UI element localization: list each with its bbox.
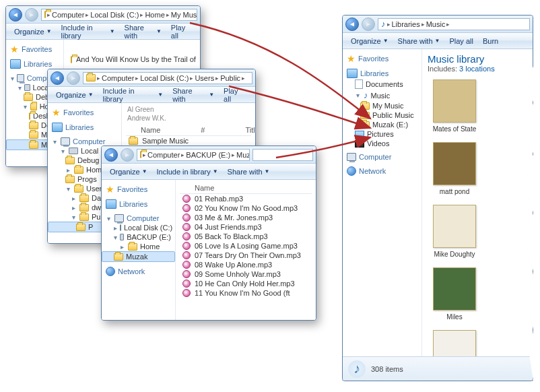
tree-item-selected[interactable]: Muzak: [102, 251, 175, 262]
album-thumbnail[interactable]: matt pond: [428, 142, 481, 195]
expand-icon[interactable]: ▸: [119, 244, 125, 250]
tree-item-public-music[interactable]: Public Music: [343, 110, 421, 120]
organize-button[interactable]: Organize▼: [347, 36, 393, 46]
breadcrumb-item[interactable]: My Music: [171, 11, 197, 19]
list-item[interactable]: 07 Tears Dry On Their Own.mp3: [180, 251, 312, 260]
share-with-button[interactable]: Share with▼: [224, 166, 274, 177]
list-item[interactable]: 11 You Know I'm No Good (ft: [180, 288, 312, 298]
list-item[interactable]: 10 He Can Only Hold Her.mp3: [180, 279, 312, 288]
breadcrumb-item[interactable]: Local Disk (C:): [140, 74, 189, 82]
network-heading[interactable]: Network: [102, 266, 175, 277]
breadcrumb[interactable]: ▸ Computer ▸ BACKUP (E:) ▸ Muzak ▸: [137, 149, 250, 161]
back-button[interactable]: ◄: [104, 148, 118, 162]
column-name[interactable]: Name: [141, 126, 160, 134]
collapse-icon[interactable]: ▾: [10, 75, 14, 81]
column-headers[interactable]: Name: [180, 183, 312, 194]
list-item[interactable]: 02 You Know I'm No Good.mp3: [180, 203, 312, 213]
share-with-button[interactable]: Share with▼: [394, 36, 444, 46]
column-title[interactable]: Title: [245, 126, 255, 134]
collapse-icon[interactable]: ▾: [18, 85, 22, 91]
libraries-heading[interactable]: Libraries: [343, 68, 421, 79]
play-all-button[interactable]: Play all: [167, 22, 196, 41]
breadcrumb-item[interactable]: Users: [195, 74, 214, 82]
collapse-icon[interactable]: ▾: [71, 214, 77, 220]
expand-icon[interactable]: ▸: [114, 225, 117, 231]
album-thumbnail[interactable]: Mates of State: [428, 79, 481, 133]
play-all-button[interactable]: Play all: [220, 86, 251, 104]
breadcrumb[interactable]: ▸ Computer ▸ Local Disk (C:) ▸ Home ▸ My…: [41, 9, 197, 21]
tree-item[interactable]: ▸Home: [102, 242, 175, 251]
expand-icon[interactable]: ▸: [71, 195, 77, 201]
collapse-icon[interactable]: ▾: [60, 148, 66, 154]
collapse-icon[interactable]: ▾: [355, 92, 361, 98]
libraries-heading[interactable]: Libraries: [102, 199, 175, 209]
breadcrumb-item[interactable]: Public: [220, 74, 240, 82]
album-thumbnail[interactable]: Neko Case: [428, 330, 481, 356]
column-num[interactable]: #: [201, 126, 205, 134]
search-box[interactable]: [252, 149, 313, 161]
list-item[interactable]: 06 Love Is A Losing Game.mp3: [180, 241, 312, 251]
include-in-library-button[interactable]: Include in library▼: [99, 86, 168, 104]
back-button[interactable]: ◄: [345, 18, 359, 31]
breadcrumb-item[interactable]: BACKUP (E:): [186, 151, 230, 159]
collapse-icon[interactable]: ▾: [65, 186, 71, 192]
tree-item-my-music[interactable]: My Music: [343, 101, 421, 110]
forward-button[interactable]: ►: [121, 148, 134, 162]
organize-button[interactable]: Organize▼: [106, 166, 151, 177]
libraries-heading[interactable]: Libraries: [6, 59, 63, 69]
list-item[interactable]: And You Will Know Us by the Trail of: [68, 55, 196, 64]
favorites-heading[interactable]: ★Favorites: [6, 44, 63, 55]
tree-item[interactable]: ▾BACKUP (E:): [102, 232, 175, 242]
collapse-icon[interactable]: ▾: [106, 216, 112, 222]
computer-tree[interactable]: ▾Computer: [102, 214, 175, 223]
breadcrumb-item[interactable]: Computer: [52, 11, 84, 19]
breadcrumb-item[interactable]: Computer: [147, 151, 180, 159]
collapse-icon[interactable]: ▾: [52, 139, 58, 145]
computer-tree[interactable]: ▾Computer: [48, 137, 121, 146]
column-headers[interactable]: Name # Title: [126, 125, 251, 136]
breadcrumb-item[interactable]: Muzak: [236, 151, 250, 159]
tree-item[interactable]: Pictures: [343, 129, 421, 139]
list-item[interactable]: 03 Me & Mr. Jones.mp3: [180, 213, 312, 222]
expand-icon[interactable]: ▸: [65, 167, 71, 173]
locations-link[interactable]: 3 locations: [459, 65, 495, 73]
forward-button[interactable]: ►: [362, 18, 375, 31]
share-with-button[interactable]: Share with▼: [121, 22, 166, 41]
computer-heading[interactable]: Computer: [343, 152, 421, 162]
include-in-library-button[interactable]: Include in library▼: [153, 166, 222, 177]
breadcrumb-item[interactable]: Home: [145, 11, 164, 19]
list-item[interactable]: 01 Rehab.mp3: [180, 194, 312, 203]
list-item[interactable]: 04 Just Friends.mp3: [180, 222, 312, 232]
list-item[interactable]: 08 Wake Up Alone.mp3: [180, 260, 312, 269]
burn-button[interactable]: Burn: [479, 36, 502, 46]
forward-button[interactable]: ►: [25, 8, 38, 22]
back-button[interactable]: ◄: [50, 71, 64, 85]
libraries-heading[interactable]: Libraries: [48, 122, 121, 133]
favorites-heading[interactable]: ★Favorites: [48, 107, 121, 118]
share-with-button[interactable]: Share with▼: [168, 86, 218, 104]
back-button[interactable]: ◄: [9, 8, 22, 22]
column-name[interactable]: Name: [195, 184, 214, 192]
tree-item[interactable]: ▸Local Disk (C:): [102, 223, 175, 232]
breadcrumb[interactable]: ▸ Computer ▸ Local Disk (C:) ▸ Users ▸ P…: [83, 72, 252, 84]
breadcrumb-item[interactable]: Local Disk (C:): [90, 11, 139, 19]
breadcrumb[interactable]: ♪ ▸ Libraries ▸ Music ▸: [378, 18, 530, 30]
breadcrumb-item[interactable]: Libraries: [392, 20, 420, 28]
tree-item-muzak-e[interactable]: Muzak (E:): [343, 120, 421, 129]
play-all-button[interactable]: Play all: [445, 36, 477, 46]
favorites-heading[interactable]: ★Favorites: [102, 184, 175, 195]
breadcrumb-item[interactable]: Music: [426, 20, 446, 28]
collapse-icon[interactable]: ▾: [24, 104, 28, 110]
favorites-heading[interactable]: ★Favorites: [343, 53, 421, 64]
tree-item[interactable]: Videos: [343, 139, 421, 148]
expand-icon[interactable]: ▸: [71, 205, 77, 211]
list-item[interactable]: 05 Back To Black.mp3: [180, 232, 312, 241]
tree-item[interactable]: Documents: [343, 79, 421, 90]
album-thumbnail[interactable]: Miles: [428, 267, 481, 321]
forward-button[interactable]: ►: [67, 71, 80, 85]
organize-button[interactable]: Organize▼: [10, 26, 56, 37]
album-thumbnail[interactable]: Mike Doughty: [428, 205, 481, 258]
include-in-library-button[interactable]: Include in library▼: [57, 22, 119, 41]
collapse-icon[interactable]: ▾: [114, 234, 117, 240]
tree-item-music[interactable]: ▾♪Music: [343, 90, 421, 101]
